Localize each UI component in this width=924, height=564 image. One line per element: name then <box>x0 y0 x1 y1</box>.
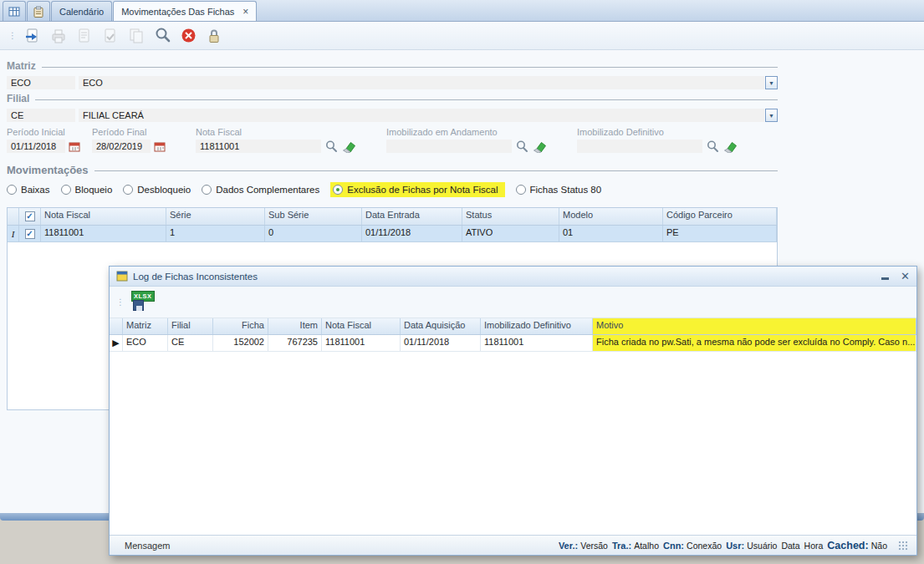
radio-label: Dados Complementares <box>216 185 319 195</box>
column-header[interactable]: Data Aquisição <box>401 318 481 334</box>
radio-circle <box>123 185 133 195</box>
grid-cell[interactable]: PE <box>663 226 777 241</box>
radio-circle-selected <box>333 185 343 195</box>
radio-label: Fichas Status 80 <box>530 185 602 195</box>
column-header[interactable]: Sub Série <box>265 208 362 225</box>
column-header[interactable]: Filial <box>168 318 213 334</box>
column-header[interactable]: Nota Fiscal <box>322 318 401 334</box>
grid-cell[interactable]: 0 <box>265 226 362 241</box>
imobilizado-andamento-field[interactable] <box>386 140 512 153</box>
filial-code-field[interactable]: CE <box>7 109 75 122</box>
export-icon <box>76 28 93 44</box>
nota-fiscal-field[interactable]: 11811001 <box>196 140 321 153</box>
grid-cell[interactable]: 01/11/2018 <box>362 226 462 241</box>
radio-baixas[interactable]: Baixas <box>7 185 50 195</box>
tab-grid[interactable] <box>3 1 26 21</box>
copy-button[interactable] <box>126 26 146 46</box>
grid-cell[interactable]: ECO <box>123 335 168 351</box>
grid-cell[interactable]: 11811001 <box>481 335 593 351</box>
eraser-icon[interactable] <box>722 140 738 153</box>
toolbar-drag-handle[interactable]: ⋮ <box>8 31 15 40</box>
status-left: Mensagem <box>125 541 170 551</box>
header-indicator-cell <box>8 208 19 225</box>
column-header[interactable]: Status <box>462 208 559 225</box>
confirm-button[interactable] <box>23 26 43 46</box>
grid-header-row: ✓ Nota Fiscal Série Sub Série Data Entra… <box>8 208 777 226</box>
log-grid: Matriz Filial Ficha Item Nota Fiscal Dat… <box>110 318 916 535</box>
grid-cell-motivo[interactable]: Ficha criada no pw.Sati, a mesma não pod… <box>593 335 916 351</box>
grid-cell[interactable]: 1 <box>166 226 265 241</box>
column-header[interactable]: Data Entrada <box>362 208 462 225</box>
column-header[interactable]: Modelo <box>559 208 663 225</box>
filial-dropdown-button[interactable]: ▼ <box>765 109 778 122</box>
eraser-icon[interactable] <box>532 140 547 153</box>
column-header[interactable]: Código Parceiro <box>663 208 777 225</box>
cancel-button[interactable] <box>178 26 198 46</box>
export-xlsx-button[interactable]: XLSX <box>130 291 155 314</box>
grid-cell[interactable]: 11811001 <box>41 226 166 241</box>
grid-cell[interactable]: 152002 <box>213 335 268 351</box>
row-check-cell[interactable]: ✓ <box>19 226 41 241</box>
table-row[interactable]: I ✓ 11811001 1 0 01/11/2018 ATIVO 01 PE <box>8 226 777 242</box>
minimize-icon[interactable] <box>881 277 889 280</box>
select-all-cell[interactable]: ✓ <box>19 208 41 225</box>
periodo-inicial-group: Período Inicial 01/11/2018 <box>7 127 80 153</box>
grid-cell[interactable]: 01 <box>559 226 663 241</box>
matriz-dropdown-button[interactable]: ▼ <box>765 76 778 89</box>
filial-name-field[interactable]: FILIAL CEARÁ <box>79 109 764 122</box>
radio-bloqueio[interactable]: Bloqueio <box>61 185 113 195</box>
search-button[interactable] <box>152 26 172 46</box>
grid-cell[interactable]: ATIVO <box>462 226 559 241</box>
movimentacoes-rule <box>94 170 778 171</box>
tab-calendario[interactable]: Calendário <box>51 1 112 21</box>
eraser-icon[interactable] <box>341 140 356 153</box>
grid-cell[interactable]: CE <box>168 335 213 351</box>
tab-clipboard[interactable] <box>27 1 50 21</box>
print-button[interactable] <box>48 26 69 46</box>
modal-title-bar[interactable]: Log de Fichas Inconsistentes ✕ <box>110 267 916 287</box>
lock-button[interactable] <box>204 26 224 46</box>
column-header[interactable]: Item <box>268 318 322 334</box>
export-button[interactable] <box>74 26 94 46</box>
grid-cell[interactable]: 11811001 <box>322 335 401 351</box>
grid-cell[interactable]: 01/11/2018 <box>401 335 481 351</box>
table-row[interactable]: ▶ ECO CE 152002 767235 11811001 01/11/20… <box>110 335 916 352</box>
column-header[interactable]: Matriz <box>123 318 168 334</box>
filter-row: Período Inicial 01/11/2018 Período Final… <box>7 127 778 153</box>
imobilizado-definitivo-field[interactable] <box>577 140 702 153</box>
select-all-checkbox[interactable]: ✓ <box>25 211 35 221</box>
periodo-final-field[interactable]: 28/02/2019 <box>92 140 151 153</box>
row-checkbox[interactable]: ✓ <box>25 229 35 239</box>
grid-cell[interactable]: 767235 <box>268 335 322 351</box>
search-icon[interactable] <box>706 140 719 153</box>
column-header[interactable]: Nota Fiscal <box>41 208 166 225</box>
radio-fichas-status-80[interactable]: Fichas Status 80 <box>516 185 602 195</box>
column-header[interactable]: Imobilizado Definitivo <box>481 318 593 334</box>
calendar-icon[interactable] <box>154 140 166 152</box>
log-fichas-modal: Log de Fichas Inconsistentes ✕ ⋮ XLSX Ma… <box>109 266 917 556</box>
close-icon[interactable]: ✕ <box>901 271 910 282</box>
validate-button[interactable] <box>100 26 120 46</box>
radio-exclusao-fichas[interactable]: Exclusão de Fichas por Nota Fiscal <box>330 182 504 197</box>
nota-fiscal-label: Nota Fiscal <box>196 127 356 137</box>
periodo-inicial-field[interactable]: 01/11/2018 <box>7 140 65 153</box>
status-item-versao: Ver.: Versão <box>559 541 608 551</box>
search-icon[interactable] <box>324 140 338 153</box>
matriz-code-field[interactable]: ECO <box>7 76 75 89</box>
tab-movimentacoes[interactable]: Movimentações Das Fichas × <box>113 1 257 21</box>
matriz-name-field[interactable]: ECO <box>79 76 764 89</box>
tab-movimentacoes-label: Movimentações Das Fichas <box>121 7 234 17</box>
radio-desbloqueio[interactable]: Desbloqueio <box>123 185 191 195</box>
column-header[interactable]: Série <box>166 208 265 225</box>
column-header-motivo[interactable]: Motivo <box>593 318 916 334</box>
toolbar-drag-handle[interactable]: ⋮ <box>116 297 123 307</box>
search-icon[interactable] <box>515 140 528 153</box>
filial-combo: CE FILIAL CEARÁ ▼ <box>7 109 778 122</box>
resize-grip[interactable] <box>898 541 908 551</box>
radio-circle <box>516 185 526 195</box>
radio-dados-complementares[interactable]: Dados Complementares <box>202 185 319 195</box>
tab-close-icon[interactable]: × <box>242 7 248 17</box>
periodo-inicial-label: Período Inicial <box>7 127 80 137</box>
column-header[interactable]: Ficha <box>213 318 268 334</box>
calendar-icon[interactable] <box>69 140 80 152</box>
